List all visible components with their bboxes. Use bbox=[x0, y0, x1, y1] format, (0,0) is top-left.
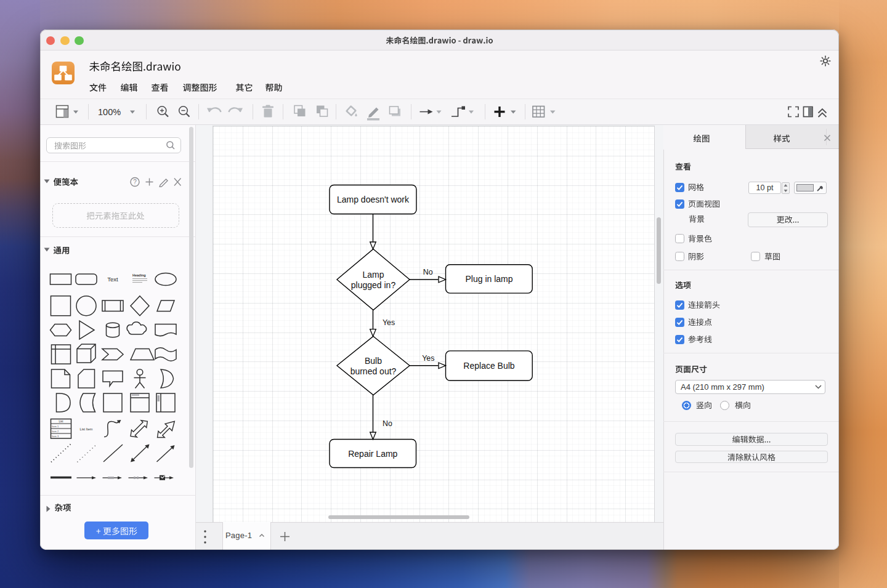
svg-text:Lamp: Lamp bbox=[362, 270, 384, 280]
svg-text:Item 1: Item 1 bbox=[52, 425, 59, 428]
svg-text:?: ? bbox=[133, 179, 137, 185]
svg-text:List Item: List Item bbox=[80, 427, 93, 431]
svg-text:Bulb: Bulb bbox=[365, 356, 382, 366]
svg-text:Item 2: Item 2 bbox=[52, 430, 59, 433]
svg-text:Yes: Yes bbox=[383, 318, 395, 327]
svg-text:Plug in lamp: Plug in lamp bbox=[465, 274, 512, 284]
svg-text:Heading: Heading bbox=[132, 273, 146, 277]
svg-text:burned out?: burned out? bbox=[350, 366, 397, 376]
svg-text:Replace Bulb: Replace Bulb bbox=[463, 361, 514, 371]
svg-text:Repair Lamp: Repair Lamp bbox=[348, 449, 397, 459]
svg-text:List: List bbox=[59, 420, 63, 423]
svg-text:plugged in?: plugged in? bbox=[351, 280, 396, 290]
svg-text:Item 3: Item 3 bbox=[52, 435, 59, 438]
svg-text:Text: Text bbox=[107, 276, 118, 283]
svg-text:No: No bbox=[423, 268, 433, 276]
svg-text:100%: 100% bbox=[98, 107, 121, 117]
svg-text:Yes: Yes bbox=[422, 354, 434, 363]
svg-text:Lamp doesn't work: Lamp doesn't work bbox=[337, 195, 410, 204]
svg-text:No: No bbox=[383, 419, 392, 428]
